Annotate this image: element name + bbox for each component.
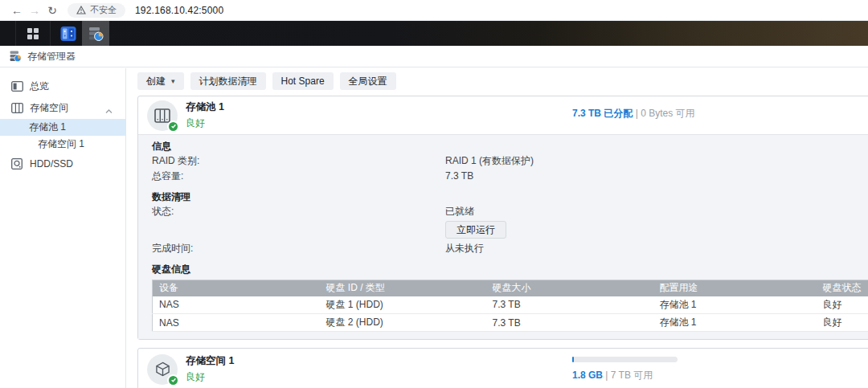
pool-status: 良好 xyxy=(186,116,224,130)
cell-id-type: 硬盘 2 (HDD) xyxy=(320,314,486,332)
sidebar-item-overview[interactable]: 总览 xyxy=(0,76,125,97)
column-drive-id-type: 硬盘 ID / 类型 xyxy=(320,280,486,296)
toolbar: 创建 ▾ 计划数据清理 Hot Spare 全局设置 xyxy=(137,72,868,90)
main-menu-button[interactable] xyxy=(16,21,51,46)
drive-table-row[interactable]: NAS 硬盘 2 (HDD) 7.3 TB 存储池 1 良好 xyxy=(153,314,868,332)
sidebar-item-label: 存储空间 xyxy=(30,101,68,115)
main-content: 创建 ▾ 计划数据清理 Hot Spare 全局设置 存储池 1 良好 xyxy=(127,68,868,388)
drive-table: 设备 硬盘 ID / 类型 硬盘大小 配置用途 硬盘状态 NAS 硬盘 1 (H… xyxy=(152,280,868,332)
file-station-icon xyxy=(60,26,76,42)
create-button-label: 创建 xyxy=(146,75,166,88)
drive-table-header: 设备 硬盘 ID / 类型 硬盘大小 配置用途 硬盘状态 xyxy=(153,280,868,296)
taskbar-app-storage-manager[interactable] xyxy=(82,21,109,46)
overview-icon xyxy=(11,81,23,92)
column-allocation: 配置用途 xyxy=(653,280,817,296)
sidebar-item-hdd-ssd[interactable]: HDD/SSD xyxy=(0,153,125,174)
raid-type-value: RAID 1 (有数据保护) xyxy=(445,154,534,168)
raid-type-row: RAID 类别: RAID 1 (有数据保护) xyxy=(152,154,868,168)
volume-usage-bar-fill xyxy=(572,357,574,362)
chevron-up-icon[interactable] xyxy=(105,105,113,116)
pool-capacity: 7.3 TB 已分配 | 0 Bytes 可用 xyxy=(572,107,695,120)
sidebar-item-label: HDD/SSD xyxy=(30,158,73,169)
pool-allocated: 7.3 TB 已分配 xyxy=(572,108,633,119)
cell-size: 7.3 TB xyxy=(486,314,653,332)
grid-menu-icon xyxy=(27,27,39,40)
scrub-status-row: 状态: 已就绪 xyxy=(152,205,868,219)
cell-status: 良好 xyxy=(817,314,868,332)
column-drive-status: 硬盘状态 xyxy=(817,280,868,296)
volume-available: 7 TB 可用 xyxy=(611,370,653,381)
cell-id-type: 硬盘 1 (HDD) xyxy=(320,296,486,314)
sidebar-item-label: 存储空间 1 xyxy=(38,137,84,151)
sidebar-item-label: 总览 xyxy=(30,80,49,93)
scrub-status-label: 状态: xyxy=(152,205,445,219)
caret-down-icon: ▾ xyxy=(171,77,175,85)
storage-pool-card: 存储池 1 良好 7.3 TB 已分配 | 0 Bytes 可用 信息 RAID… xyxy=(137,96,868,340)
dsm-taskbar xyxy=(0,21,868,46)
drive-info-heading: 硬盘信息 xyxy=(152,263,868,276)
security-chip[interactable]: 不安全 xyxy=(68,3,125,18)
storage-manager-window: 存储管理器 总览 存储空间 存储池 1 存储空间 1 xyxy=(0,46,868,388)
pool-name: 存储池 1 xyxy=(186,100,224,114)
create-button[interactable]: 创建 ▾ xyxy=(137,72,184,90)
run-now-button[interactable]: 立即运行 xyxy=(445,221,506,239)
separator: | xyxy=(636,108,638,119)
finish-time-label: 完成时间: xyxy=(152,242,445,255)
browser-back-icon[interactable]: ← xyxy=(8,4,26,17)
finish-time-row: 完成时间: 从未执行 xyxy=(152,242,868,255)
finish-time-value: 从未执行 xyxy=(445,242,484,255)
sidebar-item-pool-1[interactable]: 存储池 1 xyxy=(0,119,125,136)
taskbar-edge xyxy=(0,21,16,46)
volume-icon xyxy=(147,354,178,385)
total-capacity-value: 7.3 TB xyxy=(445,169,473,183)
volume-name: 存储空间 1 xyxy=(186,354,234,368)
security-label: 不安全 xyxy=(90,4,117,16)
column-device: 设备 xyxy=(153,280,320,296)
storage-manager-icon xyxy=(9,50,22,63)
browser-toolbar: ← → ↻ 不安全 192.168.10.42:5000 xyxy=(0,0,868,21)
storage-columns-icon xyxy=(11,103,23,113)
info-heading: 信息 xyxy=(152,141,868,153)
pool-available: 0 Bytes 可用 xyxy=(641,108,694,119)
cell-allocation: 存储池 1 xyxy=(653,314,817,332)
global-settings-button[interactable]: 全局设置 xyxy=(340,72,396,90)
hot-spare-button[interactable]: Hot Spare xyxy=(272,72,334,90)
total-capacity-label: 总容量: xyxy=(152,169,445,183)
scrub-status-value: 已就绪 xyxy=(445,205,474,219)
sidebar-item-storage[interactable]: 存储空间 xyxy=(0,97,125,119)
healthy-check-icon xyxy=(167,120,179,133)
total-capacity-row: 总容量: 7.3 TB xyxy=(152,169,868,183)
data-scrubbing-heading: 数据清理 xyxy=(152,191,868,203)
sidebar: 总览 存储空间 存储池 1 存储空间 1 HDD/SSD xyxy=(0,68,126,388)
column-drive-size: 硬盘大小 xyxy=(486,280,653,296)
cell-status: 良好 xyxy=(817,296,868,314)
pool-details: 信息 RAID 类别: RAID 1 (有数据保护) 总容量: 7.3 TB 数… xyxy=(138,134,868,339)
volume-usage-bar xyxy=(572,357,678,362)
separator: | xyxy=(605,370,608,381)
volume-used: 1.8 GB xyxy=(572,370,603,381)
cell-device: NAS xyxy=(153,314,320,332)
cell-device: NAS xyxy=(153,296,320,314)
window-title: 存储管理器 xyxy=(27,50,76,63)
address-bar-url[interactable]: 192.168.10.42:5000 xyxy=(135,5,223,16)
volume-usage: 1.8 GB | 7 TB 可用 xyxy=(572,357,678,382)
storage-pool-header[interactable]: 存储池 1 良好 7.3 TB 已分配 | 0 Bytes 可用 xyxy=(138,96,868,134)
cell-allocation: 存储池 1 xyxy=(653,296,817,314)
warning-icon xyxy=(76,6,86,14)
volume-status: 良好 xyxy=(186,370,234,384)
browser-refresh-icon[interactable]: ↻ xyxy=(43,4,61,17)
volume-card[interactable]: 存储空间 1 良好 1.8 GB | 7 TB 可用 xyxy=(137,348,868,388)
window-header: 存储管理器 xyxy=(0,46,868,67)
healthy-check-icon xyxy=(167,374,179,386)
sidebar-item-volume-1[interactable]: 存储空间 1 xyxy=(0,136,125,153)
storage-manager-icon xyxy=(88,26,104,42)
raid-type-label: RAID 类别: xyxy=(152,154,445,168)
disk-icon xyxy=(11,158,23,169)
storage-pool-icon xyxy=(147,100,178,131)
cell-size: 7.3 TB xyxy=(486,296,653,314)
sidebar-item-label: 存储池 1 xyxy=(29,120,66,134)
browser-forward-icon[interactable]: → xyxy=(26,4,43,17)
drive-table-row[interactable]: NAS 硬盘 1 (HDD) 7.3 TB 存储池 1 良好 xyxy=(153,296,868,314)
taskbar-app-file-station[interactable] xyxy=(55,21,82,46)
scheduled-data-scrubbing-button[interactable]: 计划数据清理 xyxy=(190,72,266,90)
